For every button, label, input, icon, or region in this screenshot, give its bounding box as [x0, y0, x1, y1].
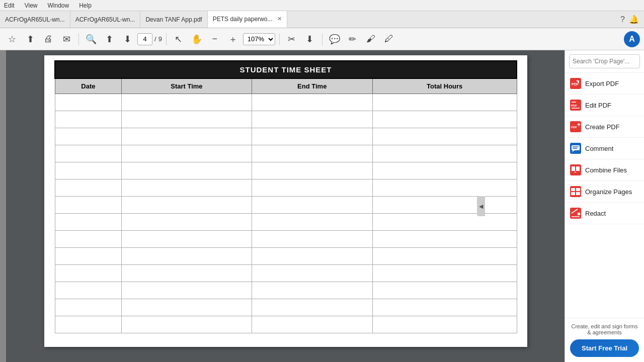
user-avatar[interactable]: A	[624, 31, 640, 47]
table-row	[55, 231, 517, 248]
zoom-out-btn2[interactable]: −	[207, 31, 223, 47]
table-row	[55, 162, 517, 179]
svg-text:PDF: PDF	[571, 104, 577, 107]
timesheet-title: STUDENT TIME SHEET	[55, 61, 517, 78]
menu-item-window[interactable]: Window	[45, 1, 71, 10]
comment-button[interactable]: 💬	[327, 31, 343, 47]
right-sidebar: PDF Export PDF PDF Edit PDF PDF + Create…	[565, 50, 644, 362]
separator-2	[166, 33, 167, 45]
svg-text:+: +	[577, 121, 581, 128]
pdf-viewer: STUDENT TIME SHEET Date Start Time End T…	[0, 50, 565, 362]
page-nav: / 9	[137, 33, 162, 45]
svg-text:+: +	[574, 170, 577, 174]
separator-4	[322, 33, 323, 45]
svg-rect-26	[578, 213, 580, 215]
sidebar-collapse-arrow[interactable]: ◀	[477, 196, 485, 216]
sidebar-item-edit-pdf[interactable]: PDF Edit PDF	[565, 95, 644, 116]
select-tool-button[interactable]: ↖	[171, 31, 187, 47]
next-page-button[interactable]: ⬇	[119, 31, 135, 47]
scrollbar-thumb[interactable]	[1, 65, 6, 96]
pdf-scrollbar[interactable]	[0, 50, 6, 362]
combine-files-label: Combine Files	[585, 166, 627, 174]
menu-item-view[interactable]: View	[23, 1, 40, 10]
col-header-end-time: End Time	[252, 78, 372, 94]
table-row	[55, 197, 517, 214]
main-area: STUDENT TIME SHEET Date Start Time End T…	[0, 50, 644, 362]
table-row	[55, 316, 517, 333]
svg-rect-21	[576, 188, 580, 191]
edit-pdf-label: Edit PDF	[585, 102, 611, 109]
sidebar-item-export-pdf[interactable]: PDF Export PDF	[565, 73, 644, 95]
redact-icon	[570, 208, 581, 219]
sidebar-search-input[interactable]	[569, 54, 640, 68]
table-row	[55, 299, 517, 316]
table-row	[55, 94, 517, 111]
sidebar-search-container	[565, 50, 644, 73]
email-button[interactable]: ✉	[58, 31, 74, 47]
tab-1-label: ACFrOgAR65UL-wn...	[5, 16, 65, 23]
menu-item-edit[interactable]: Edit	[2, 1, 17, 10]
svg-text:PDF: PDF	[572, 82, 579, 86]
create-pdf-icon: PDF +	[570, 121, 581, 132]
svg-rect-23	[576, 192, 580, 195]
tab-right-icons: ? 🔔	[615, 11, 644, 28]
table-title-row: STUDENT TIME SHEET	[55, 61, 517, 78]
sidebar-item-redact[interactable]: Redact	[565, 203, 644, 224]
start-free-trial-button[interactable]: Start Free Trial	[570, 339, 639, 357]
edit-pdf-icon: PDF	[570, 100, 581, 111]
print-button[interactable]: 🖨	[40, 31, 56, 47]
table-row	[55, 179, 517, 197]
col-header-start-time: Start Time	[122, 78, 252, 94]
page-separator: /	[154, 35, 156, 43]
bookmark-button[interactable]: ☆	[4, 31, 20, 47]
separator-3	[279, 33, 280, 45]
tab-4-label: PETS daily paperwo...	[213, 16, 273, 23]
zoom-select[interactable]: 107%	[243, 33, 275, 45]
tab-2[interactable]: ACFrOgAR65UL-wn...	[70, 11, 141, 28]
organize-pages-icon	[570, 186, 581, 197]
sidebar-item-combine-files[interactable]: + Combine Files	[565, 159, 644, 181]
toolbar: ☆ ⬆ 🖨 ✉ 🔍 ⬆ ⬇ / 9 ↖ ✋ − ＋ 107% ✂ ⬇ 💬 ✏ 🖌…	[0, 28, 644, 50]
page-number-input[interactable]	[137, 33, 152, 45]
sidebar-footer-text: Create, edit and sign forms & agreements	[571, 323, 637, 335]
zoom-in-btn[interactable]: ＋	[225, 31, 241, 47]
help-icon[interactable]: ?	[620, 15, 625, 24]
notification-icon[interactable]: 🔔	[629, 15, 639, 24]
tab-1[interactable]: ACFrOgAR65UL-wn...	[0, 11, 70, 28]
combine-files-icon: +	[570, 164, 581, 175]
table-row	[55, 128, 517, 145]
table-row	[55, 111, 517, 128]
col-header-total-hours: Total Hours	[372, 78, 517, 94]
svg-rect-20	[571, 188, 575, 191]
pen-button[interactable]: ✏	[345, 31, 361, 47]
table-row	[55, 282, 517, 299]
tab-2-label: ACFrOgAR65UL-wn...	[75, 16, 135, 23]
svg-rect-17	[576, 166, 580, 171]
export-pdf-label: Export PDF	[585, 80, 619, 87]
create-pdf-label: Create PDF	[585, 123, 620, 131]
tab-3-label: Devan TANF App.pdf	[145, 16, 202, 23]
page-total: 9	[158, 35, 162, 43]
organize-pages-label: Organize Pages	[585, 188, 632, 196]
svg-rect-11	[572, 145, 580, 150]
tab-3[interactable]: Devan TANF App.pdf	[140, 11, 207, 28]
sidebar-spacer	[565, 224, 644, 318]
separator-1	[78, 33, 79, 45]
sidebar-item-organize-pages[interactable]: Organize Pages	[565, 181, 644, 203]
upload-button[interactable]: ⬆	[22, 31, 38, 47]
stamp-button[interactable]: 🖊	[381, 31, 397, 47]
tab-4-close[interactable]: ✕	[277, 16, 282, 22]
highlight-button[interactable]: 🖌	[363, 31, 379, 47]
table-row	[55, 214, 517, 231]
sidebar-item-create-pdf[interactable]: PDF + Create PDF	[565, 116, 644, 138]
prev-page-button[interactable]: ⬆	[101, 31, 117, 47]
tab-4[interactable]: PETS daily paperwo... ✕	[208, 11, 288, 28]
zoom-out-button[interactable]: 🔍	[83, 31, 99, 47]
pan-tool-button[interactable]: ✋	[189, 31, 205, 47]
crop-tool-button[interactable]: ✂	[284, 31, 300, 47]
menu-item-help[interactable]: Help	[77, 1, 94, 10]
comment-label: Comment	[585, 145, 613, 152]
sidebar-item-comment[interactable]: Comment	[565, 138, 644, 159]
download-button[interactable]: ⬇	[302, 31, 318, 47]
table-header-row: Date Start Time End Time Total Hours	[55, 78, 517, 94]
